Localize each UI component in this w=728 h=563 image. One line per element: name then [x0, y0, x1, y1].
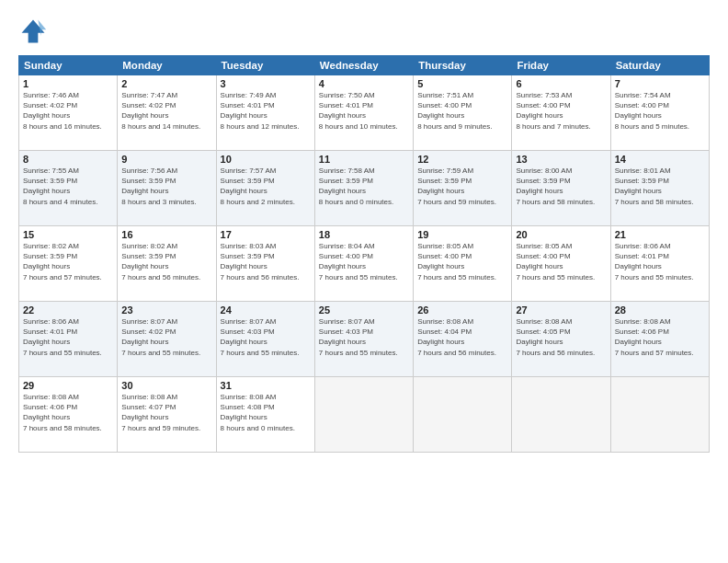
calendar-day-cell: 5Sunrise: 7:51 AMSunset: 4:00 PMDaylight… [414, 75, 512, 151]
calendar-day-cell: 24Sunrise: 8:07 AMSunset: 4:03 PMDayligh… [216, 302, 314, 377]
day-info: Sunrise: 8:02 AMSunset: 3:59 PMDaylight … [23, 241, 113, 282]
weekday-header-tuesday: Tuesday [216, 56, 314, 75]
calendar-day-cell: 20Sunrise: 8:05 AMSunset: 4:00 PMDayligh… [512, 226, 610, 302]
day-info: Sunrise: 7:49 AMSunset: 4:01 PMDaylight … [221, 90, 311, 132]
calendar-day-cell [314, 377, 413, 453]
day-number: 10 [221, 154, 311, 165]
calendar-day-cell: 15Sunrise: 8:02 AMSunset: 3:59 PMDayligh… [19, 226, 118, 302]
day-number: 2 [121, 78, 211, 89]
logo-icon [18, 17, 48, 46]
day-info: Sunrise: 7:55 AMSunset: 3:59 PMDaylight … [23, 166, 113, 207]
calendar-day-cell: 29Sunrise: 8:08 AMSunset: 4:06 PMDayligh… [19, 377, 118, 453]
day-info: Sunrise: 8:05 AMSunset: 4:00 PMDaylight … [417, 241, 507, 282]
calendar-day-cell: 3Sunrise: 7:49 AMSunset: 4:01 PMDaylight… [216, 75, 314, 151]
day-info: Sunrise: 8:06 AMSunset: 4:01 PMDaylight … [23, 316, 113, 358]
day-info: Sunrise: 8:07 AMSunset: 4:03 PMDaylight … [319, 316, 409, 358]
calendar-day-cell: 13Sunrise: 8:00 AMSunset: 3:59 PMDayligh… [512, 151, 610, 226]
calendar-day-cell: 30Sunrise: 8:08 AMSunset: 4:07 PMDayligh… [118, 377, 216, 453]
day-number: 30 [121, 380, 211, 391]
day-number: 21 [615, 229, 705, 240]
day-number: 31 [221, 380, 311, 391]
day-number: 8 [23, 154, 113, 165]
weekday-header-friday: Friday [512, 56, 610, 75]
day-number: 12 [417, 154, 507, 165]
day-number: 3 [221, 78, 311, 89]
calendar-day-cell: 25Sunrise: 8:07 AMSunset: 4:03 PMDayligh… [314, 302, 413, 377]
day-number: 17 [221, 229, 311, 240]
calendar-week-row: 29Sunrise: 8:08 AMSunset: 4:06 PMDayligh… [19, 377, 710, 453]
weekday-header-saturday: Saturday [610, 56, 709, 75]
day-number: 13 [516, 154, 606, 165]
calendar-day-cell: 7Sunrise: 7:54 AMSunset: 4:00 PMDaylight… [610, 75, 709, 151]
calendar-day-cell: 22Sunrise: 8:06 AMSunset: 4:01 PMDayligh… [19, 302, 118, 377]
day-number: 20 [516, 229, 606, 240]
calendar-day-cell: 16Sunrise: 8:02 AMSunset: 3:59 PMDayligh… [118, 226, 216, 302]
calendar-day-cell: 9Sunrise: 7:56 AMSunset: 3:59 PMDaylight… [118, 151, 216, 226]
day-number: 25 [319, 304, 409, 316]
day-info: Sunrise: 7:50 AMSunset: 4:01 PMDaylight … [319, 90, 409, 132]
day-number: 28 [615, 304, 705, 316]
day-number: 14 [615, 154, 705, 165]
calendar-day-cell: 2Sunrise: 7:47 AMSunset: 4:02 PMDaylight… [118, 75, 216, 151]
day-info: Sunrise: 8:07 AMSunset: 4:03 PMDaylight … [221, 316, 311, 358]
calendar-day-cell [610, 377, 709, 453]
header [18, 17, 710, 46]
day-number: 9 [121, 154, 211, 165]
calendar-day-cell: 17Sunrise: 8:03 AMSunset: 3:59 PMDayligh… [216, 226, 314, 302]
day-info: Sunrise: 8:04 AMSunset: 4:00 PMDaylight … [319, 241, 409, 282]
day-info: Sunrise: 8:08 AMSunset: 4:06 PMDaylight … [615, 316, 705, 358]
day-number: 6 [516, 78, 606, 89]
day-number: 16 [121, 229, 211, 240]
day-number: 24 [221, 304, 311, 316]
calendar-day-cell: 31Sunrise: 8:08 AMSunset: 4:08 PMDayligh… [216, 377, 314, 453]
day-info: Sunrise: 8:08 AMSunset: 4:04 PMDaylight … [417, 316, 507, 358]
day-info: Sunrise: 8:06 AMSunset: 4:01 PMDaylight … [615, 241, 705, 282]
day-info: Sunrise: 8:00 AMSunset: 3:59 PMDaylight … [516, 166, 606, 207]
calendar-day-cell: 19Sunrise: 8:05 AMSunset: 4:00 PMDayligh… [414, 226, 512, 302]
day-number: 15 [23, 229, 113, 240]
calendar-day-cell: 21Sunrise: 8:06 AMSunset: 4:01 PMDayligh… [610, 226, 709, 302]
calendar-day-cell [512, 377, 610, 453]
day-info: Sunrise: 8:08 AMSunset: 4:05 PMDaylight … [516, 316, 606, 358]
day-number: 11 [319, 154, 409, 165]
calendar-day-cell: 18Sunrise: 8:04 AMSunset: 4:00 PMDayligh… [314, 226, 413, 302]
day-number: 5 [417, 78, 507, 89]
day-number: 22 [23, 304, 113, 316]
calendar-week-row: 15Sunrise: 8:02 AMSunset: 3:59 PMDayligh… [19, 226, 710, 302]
day-number: 23 [121, 304, 211, 316]
calendar-day-cell: 14Sunrise: 8:01 AMSunset: 3:59 PMDayligh… [610, 151, 709, 226]
day-info: Sunrise: 7:58 AMSunset: 3:59 PMDaylight … [319, 166, 409, 207]
calendar-day-cell: 10Sunrise: 7:57 AMSunset: 3:59 PMDayligh… [216, 151, 314, 226]
calendar-week-row: 1Sunrise: 7:46 AMSunset: 4:02 PMDaylight… [19, 75, 710, 151]
day-info: Sunrise: 8:02 AMSunset: 3:59 PMDaylight … [121, 241, 211, 282]
day-info: Sunrise: 7:47 AMSunset: 4:02 PMDaylight … [121, 90, 211, 132]
calendar-table: SundayMondayTuesdayWednesdayThursdayFrid… [18, 55, 710, 453]
day-info: Sunrise: 8:08 AMSunset: 4:08 PMDaylight … [221, 392, 311, 433]
day-info: Sunrise: 7:56 AMSunset: 3:59 PMDaylight … [121, 166, 211, 207]
day-info: Sunrise: 8:05 AMSunset: 4:00 PMDaylight … [516, 241, 606, 282]
calendar-day-cell: 12Sunrise: 7:59 AMSunset: 3:59 PMDayligh… [414, 151, 512, 226]
day-info: Sunrise: 7:46 AMSunset: 4:02 PMDaylight … [23, 90, 113, 132]
calendar-week-row: 8Sunrise: 7:55 AMSunset: 3:59 PMDaylight… [19, 151, 710, 226]
page: SundayMondayTuesdayWednesdayThursdayFrid… [0, 0, 728, 563]
weekday-header-sunday: Sunday [19, 56, 118, 75]
weekday-header-row: SundayMondayTuesdayWednesdayThursdayFrid… [19, 56, 710, 75]
day-info: Sunrise: 8:07 AMSunset: 4:02 PMDaylight … [121, 316, 211, 358]
day-info: Sunrise: 7:57 AMSunset: 3:59 PMDaylight … [221, 166, 311, 207]
day-number: 4 [319, 78, 409, 89]
weekday-header-wednesday: Wednesday [314, 56, 413, 75]
logo [18, 17, 51, 46]
calendar-day-cell: 11Sunrise: 7:58 AMSunset: 3:59 PMDayligh… [314, 151, 413, 226]
weekday-header-thursday: Thursday [414, 56, 512, 75]
day-info: Sunrise: 8:01 AMSunset: 3:59 PMDaylight … [615, 166, 705, 207]
day-info: Sunrise: 7:59 AMSunset: 3:59 PMDaylight … [417, 166, 507, 207]
day-info: Sunrise: 8:03 AMSunset: 3:59 PMDaylight … [221, 241, 311, 282]
weekday-header-monday: Monday [118, 56, 216, 75]
day-number: 29 [23, 380, 113, 391]
day-number: 27 [516, 304, 606, 316]
day-number: 1 [23, 78, 113, 89]
calendar-day-cell: 1Sunrise: 7:46 AMSunset: 4:02 PMDaylight… [19, 75, 118, 151]
calendar-week-row: 22Sunrise: 8:06 AMSunset: 4:01 PMDayligh… [19, 302, 710, 377]
calendar-day-cell: 6Sunrise: 7:53 AMSunset: 4:00 PMDaylight… [512, 75, 610, 151]
day-number: 19 [417, 229, 507, 240]
